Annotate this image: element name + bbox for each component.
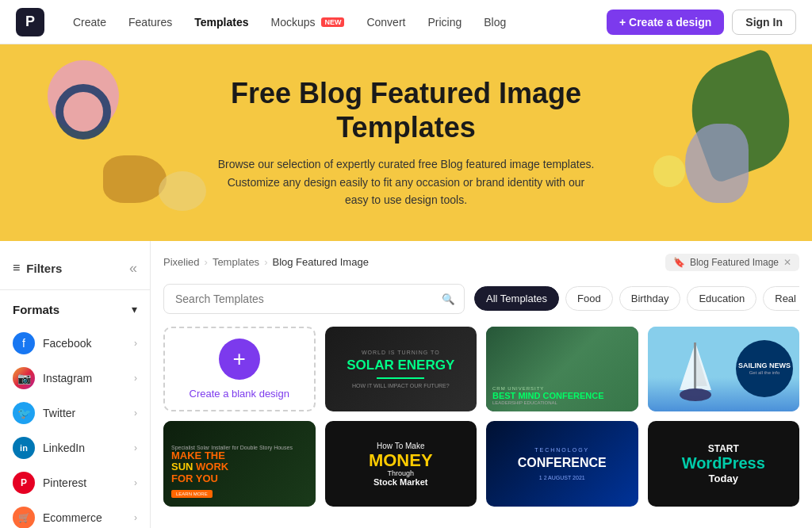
formats-collapse-icon[interactable]: ▾ [132, 303, 137, 316]
hero-title: Free Blog Featured Image Templates [168, 76, 644, 144]
template-card-conference[interactable]: CRM UNIVERSITY BEST MIND CONFERENCE LEAD… [486, 327, 638, 412]
search-box: 🔍 [163, 284, 465, 314]
breadcrumb-parent[interactable]: Templates [213, 256, 259, 268]
signin-button[interactable]: Sign In [732, 10, 796, 35]
create-blank-plus-icon: + [219, 339, 260, 380]
sidebar-item-ecommerce[interactable]: 🛒 Ecommerce › [13, 500, 137, 528]
sailing-boat-silhouette [664, 335, 727, 406]
nav-pricing[interactable]: Pricing [418, 11, 471, 33]
pinterest-label: Pinterest [43, 476, 86, 489]
linkedin-label: LinkedIn [43, 442, 85, 454]
deco-brown-blob [103, 155, 167, 203]
tech-title: CONFERENCE [518, 456, 607, 470]
ecommerce-icon: 🛒 [13, 507, 35, 528]
main-panel: Pixelied › Templates › Blog Featured Ima… [151, 241, 812, 528]
chevron-right-icon: › [134, 477, 137, 488]
deco-purple-blob [685, 124, 749, 203]
nav-mockups[interactable]: Mockups NEW [262, 11, 354, 33]
sidebar-item-twitter[interactable]: 🐦 Twitter › [13, 396, 137, 430]
template-card-solar[interactable]: WORLD IS TURNING TO SOLAR ENERGY HOW IT … [325, 327, 477, 412]
search-button[interactable]: 🔍 [442, 293, 455, 304]
template-card-wordpress[interactable]: START WordPress Today [648, 421, 800, 507]
template-card-techconf[interactable]: TECHNOLOGY CONFERENCE 1 2 AUGUST 2021 [486, 421, 638, 507]
template-card-sun[interactable]: Specialist Solar Installer for Double St… [163, 421, 316, 507]
chip-education[interactable]: Education [687, 286, 756, 311]
sailing-badge: SAILING NEWS Get all the info [736, 340, 793, 397]
sidebar-item-linkedin[interactable]: in LinkedIn › [13, 430, 137, 465]
nav-features[interactable]: Features [119, 11, 182, 33]
instagram-icon: 📷 [13, 367, 35, 389]
breadcrumb-tag-label: Blog Featured Image [690, 257, 779, 268]
hero-description: Browse our selection of expertly curated… [216, 155, 596, 209]
create-blank-card[interactable]: + Create a blank design [163, 327, 316, 412]
chevron-right-icon: › [134, 407, 137, 419]
collapse-icon[interactable]: « [129, 260, 137, 277]
breadcrumb-tag-close[interactable]: ✕ [783, 257, 791, 268]
template-card-sailing[interactable]: SAILING NEWS Get all the info [648, 327, 800, 412]
solar-divider [377, 377, 424, 379]
sidebar-item-pinterest[interactable]: P Pinterest › [13, 465, 137, 500]
nav-actions: + Create a design Sign In [607, 10, 796, 35]
chip-food[interactable]: Food [565, 286, 613, 311]
sidebar-item-facebook[interactable]: f Facebook › [13, 326, 137, 361]
search-input[interactable] [163, 284, 465, 314]
logo-icon: P [25, 13, 35, 30]
conf-sub: LEADERSHIP EDUCATIONAL [492, 400, 604, 405]
chevron-right-icon: › [134, 512, 137, 523]
chevron-right-icon: › [134, 442, 137, 453]
wp-today: Today [709, 473, 738, 484]
solar-top-text: WORLD IS TURNING TO [362, 350, 440, 355]
breadcrumb-sep-1: › [205, 256, 208, 268]
formats-header: Formats ▾ [13, 303, 137, 316]
svg-rect-2 [694, 342, 696, 394]
nav-templates[interactable]: Templates [185, 11, 258, 33]
twitter-icon: 🐦 [13, 402, 35, 424]
search-filter-row: 🔍 All Templates Food Birthday Education … [163, 284, 799, 314]
template-card-money[interactable]: How To Make MONEY Through Stock Market [325, 421, 477, 507]
instagram-label: Instagram [43, 372, 92, 385]
sailing-sub: Get all the info [749, 370, 780, 375]
breadcrumb-tag-icon: 🔖 [673, 257, 685, 268]
chip-all-templates[interactable]: All Templates [474, 286, 559, 311]
breadcrumb-home[interactable]: Pixelied [163, 256, 200, 268]
money-through: Through [387, 469, 414, 477]
nav-create[interactable]: Create [63, 11, 116, 33]
sun-line2: SUN WORK [171, 461, 293, 473]
sidebar-item-instagram[interactable]: 📷 Instagram › [13, 361, 137, 396]
svg-marker-1 [695, 346, 707, 386]
sidebar: ≡ Filters « Formats ▾ f Facebook › 📷 In [0, 241, 151, 528]
filter-icon: ≡ [13, 261, 20, 275]
deco-yellow-blob [159, 171, 206, 211]
chip-real-estate[interactable]: Real E… [763, 286, 799, 311]
wp-start: START [708, 443, 739, 454]
money-stock: Stock Market [373, 477, 427, 487]
breadcrumb-tag: 🔖 Blog Featured Image ✕ [665, 254, 799, 271]
chevron-right-icon: › [134, 338, 137, 349]
sun-line3: FOR YOU [171, 473, 293, 484]
twitter-label: Twitter [43, 407, 75, 419]
money-main: MONEY [369, 452, 433, 469]
nav-links: Create Features Templates Mockups NEW Co… [63, 11, 588, 33]
filters-header: ≡ Filters « [0, 254, 150, 290]
new-badge: NEW [321, 17, 344, 27]
sun-line1: MAKE THE [171, 450, 293, 461]
tech-date: 1 2 AUGUST 2021 [539, 475, 585, 480]
create-design-button[interactable]: + Create a design [607, 10, 724, 35]
formats-section: Formats ▾ f Facebook › 📷 Instagram › [0, 290, 150, 528]
sun-cta: LEARN MORE [171, 490, 213, 498]
conf-title: BEST MIND CONFERENCE [492, 391, 604, 400]
template-grid: + Create a blank design WORLD IS TURNING… [163, 327, 799, 522]
solar-sub: HOW IT WILL IMPACT OUR FUTURE? [352, 383, 450, 388]
nav-convert[interactable]: Convert [357, 11, 415, 33]
logo[interactable]: P [16, 8, 44, 36]
chip-birthday[interactable]: Birthday [619, 286, 681, 311]
money-how: How To Make [377, 442, 424, 450]
linkedin-icon: in [13, 437, 35, 459]
formats-title: Formats [13, 303, 59, 316]
deco-star-yellow [653, 155, 685, 187]
tech-label: TECHNOLOGY [534, 447, 589, 453]
wp-brand: WordPress [682, 454, 765, 473]
filter-chips: All Templates Food Birthday Education Re… [474, 286, 799, 311]
chevron-right-icon: › [134, 373, 137, 384]
nav-blog[interactable]: Blog [474, 11, 515, 33]
